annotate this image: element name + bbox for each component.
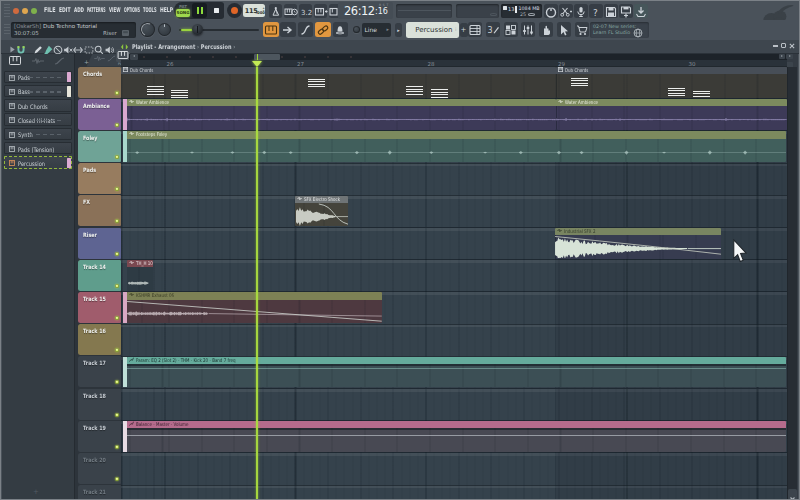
main-volume-knob[interactable]	[140, 22, 155, 37]
minimize-button[interactable]	[773, 45, 778, 47]
lane-row-track-18[interactable]	[121, 389, 787, 421]
vertical-scrollbar[interactable]	[787, 67, 798, 500]
filter-patterns-icon[interactable]	[117, 51, 129, 59]
track-led[interactable]	[115, 445, 119, 449]
track-header-track-14[interactable]: Track 14	[78, 260, 123, 291]
add-track-button[interactable]: +	[84, 58, 89, 65]
lane-row-track-14[interactable]	[121, 260, 787, 292]
track-header-fx[interactable]: FX	[78, 195, 123, 226]
metronome-button[interactable]	[269, 4, 282, 18]
menu-patterns[interactable]: PATTERNS	[87, 1, 106, 20]
menu-tools[interactable]: TOOLS	[143, 1, 157, 20]
typing-keyboard-button[interactable]	[263, 22, 279, 37]
lane-row-track-16[interactable]	[121, 324, 787, 356]
track-led[interactable]	[115, 284, 119, 288]
close-button[interactable]	[789, 43, 795, 49]
toolbar-grip-2[interactable]	[4, 24, 10, 36]
clip-dub-chords[interactable]: Dub Chords	[556, 67, 787, 98]
clip-param-eq-2-slot-2-thm-kick-20-band-7-freq[interactable]: Param: EQ 2 (Slot 2) - THM - Kick 20 - B…	[127, 357, 786, 388]
track-led[interactable]	[115, 316, 119, 320]
track-led[interactable]	[115, 348, 119, 352]
track-header-track-20[interactable]: Track 20	[78, 453, 123, 484]
track-header-track-18[interactable]: Track 18	[78, 389, 123, 420]
track-led[interactable]	[115, 413, 119, 417]
menu-options[interactable]: OPTIONS	[124, 1, 140, 20]
clip-water-ambience[interactable]: Water Ambience	[127, 99, 556, 130]
step-seq-button[interactable]: 3	[486, 22, 500, 37]
track-header-track-19[interactable]: Track 19	[78, 421, 123, 452]
picker-tab-audio-icon[interactable]	[32, 57, 44, 65]
pattern-item-synth[interactable]: Synth	[4, 128, 72, 140]
pointer-button[interactable]	[557, 22, 571, 37]
picker-tab-patterns-icon[interactable]	[9, 56, 21, 65]
track-led[interactable]	[115, 252, 119, 256]
cut-tool-button[interactable]	[559, 4, 573, 18]
pattern-item-bass[interactable]: Bass	[4, 85, 72, 97]
playback-tool[interactable]	[103, 41, 115, 53]
time-display[interactable]: 26:12 :16 B S T	[338, 2, 393, 19]
lane-row-track-20[interactable]	[121, 453, 787, 485]
countdown-button[interactable]: 3.2	[299, 4, 312, 18]
mic-record-button[interactable]	[574, 4, 588, 18]
main-pitch-knob[interactable]	[158, 23, 171, 36]
pattern-prev-button[interactable]: ▸	[395, 23, 402, 37]
scroll-right-button[interactable]	[779, 54, 786, 60]
track-header-track-16[interactable]: Track 16	[78, 324, 123, 355]
save-new-version-button[interactable]	[619, 4, 633, 18]
slide-button[interactable]	[298, 22, 314, 37]
minimize-traffic-light[interactable]	[22, 8, 28, 14]
picker-tab-automation-icon[interactable]	[54, 57, 65, 65]
snap-magnet[interactable]	[15, 41, 27, 53]
news-globe-button[interactable]	[632, 24, 644, 36]
pattern-selector[interactable]: Percussion ⁝	[406, 22, 459, 38]
shop-button[interactable]	[575, 22, 589, 37]
filter-automation-icon[interactable]	[107, 55, 116, 62]
menu-edit[interactable]: EDIT	[59, 1, 71, 20]
track-header-riser[interactable]: Riser	[78, 228, 123, 259]
track-led[interactable]	[115, 380, 119, 384]
shuttle-slider-thumb[interactable]	[192, 24, 203, 35]
track-led[interactable]	[115, 91, 119, 95]
mini-knob[interactable]	[353, 26, 360, 33]
pattern-add-button[interactable]: +	[460, 23, 468, 37]
clip-water-ambience[interactable]: Water Ambience	[556, 99, 787, 130]
menu-view[interactable]: VIEW	[109, 1, 121, 20]
song-mode-button[interactable]: SONG	[176, 9, 190, 17]
record-button[interactable]	[227, 3, 242, 18]
clip-dub-chords[interactable]: Dub Chords	[121, 67, 556, 98]
snap-selector[interactable]: Line ▸	[362, 23, 392, 37]
track-header-track-21[interactable]: Track 21	[78, 485, 123, 500]
touch-button[interactable]	[539, 22, 553, 37]
track-header-track-15[interactable]: Track 15	[78, 292, 123, 323]
pattern-item-pads-tension-[interactable]: Pads (Tension)	[4, 142, 72, 154]
clip-footsteps-foley[interactable]: Footsteps Foley	[127, 131, 786, 162]
lane-row-fx[interactable]	[121, 195, 787, 227]
pat-mode-label[interactable]: PAT	[179, 4, 187, 9]
track-header-track-17[interactable]: Track 17	[78, 356, 123, 387]
close-traffic-light[interactable]	[13, 8, 19, 14]
stop-button[interactable]	[209, 3, 224, 18]
pattern-item-pads[interactable]: Pads	[4, 71, 72, 83]
clip-industrial-sfx-2[interactable]: Industrial SFX 2	[555, 228, 721, 259]
track-header-pads[interactable]: Pads	[78, 163, 123, 194]
track-header-chords[interactable]: Chords	[78, 67, 123, 98]
pattern-item-percussion[interactable]: Percussion	[4, 156, 72, 168]
sync-button[interactable]	[544, 4, 558, 18]
maximize-button[interactable]	[781, 43, 787, 48]
track-header-foley[interactable]: Foley	[78, 131, 123, 162]
clip-th-h-10[interactable]: TH_H 10	[127, 260, 153, 291]
zoom-traffic-light[interactable]	[31, 8, 37, 14]
clip-sfx-electro-shock[interactable]: SFX Electro Shock	[295, 196, 348, 227]
wait-for-input-button[interactable]	[284, 4, 297, 18]
lane-row-pads[interactable]	[121, 163, 787, 195]
breadcrumb-pattern[interactable]: Percussion	[201, 43, 232, 51]
track-header-ambiance[interactable]: Ambiance	[78, 99, 123, 130]
breadcrumb-arrangement[interactable]: Playlist - Arrangement	[132, 43, 195, 51]
link-button[interactable]	[315, 22, 331, 37]
menu-file[interactable]: FILE	[44, 1, 56, 20]
toolbar-grip[interactable]	[4, 4, 10, 17]
clip-kshmr-exhaust-06[interactable]: KSHMR Exhaust 06	[127, 292, 382, 323]
track-led[interactable]	[115, 187, 119, 191]
picker-add-hint[interactable]: +	[33, 488, 39, 496]
scroll-left-button[interactable]	[130, 54, 138, 60]
